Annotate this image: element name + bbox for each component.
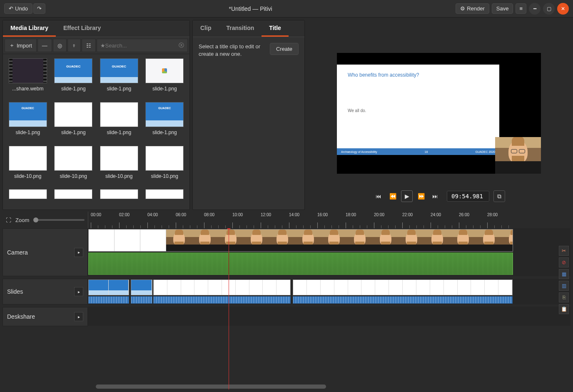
media-thumb (54, 102, 92, 127)
slide-footer: Archaeology of Accessibility 18 GUADEC 2… (337, 148, 499, 155)
clip-frame (373, 230, 399, 251)
media-item[interactable]: GUADECslide-1.png (7, 102, 49, 142)
media-thumb (100, 189, 138, 199)
media-item[interactable] (144, 189, 186, 205)
zoom-slider[interactable] (33, 219, 85, 221)
clip-slides-4[interactable] (293, 280, 513, 304)
media-filename: ...share.webm (12, 86, 43, 92)
timecode[interactable]: 09:54.981 (447, 191, 489, 202)
menu-button[interactable]: ≡ (516, 3, 526, 14)
playhead[interactable] (229, 228, 229, 390)
play-button[interactable]: ▶ (401, 190, 413, 202)
track-slides[interactable] (88, 279, 571, 305)
zoom-handle[interactable] (33, 217, 38, 222)
tab-title[interactable]: Title (262, 20, 289, 37)
undo-icon: ↶ (9, 5, 13, 12)
timeline-scrollbar[interactable] (96, 385, 556, 389)
undo-label: Undo (15, 5, 28, 12)
media-item[interactable]: slide-10.png (7, 146, 49, 185)
ruler-label: 02:00 (119, 212, 130, 217)
media-item[interactable]: GUADECslide-1.png (98, 58, 140, 98)
tab-transition[interactable]: Transition (219, 20, 262, 37)
clear-search-icon[interactable]: ⓧ (179, 42, 184, 49)
import-button[interactable]: ＋Import (5, 39, 37, 52)
media-item[interactable]: GUADECslide-1.png (53, 58, 95, 98)
tab-effect-library[interactable]: Effect Library (56, 20, 108, 37)
render-label: Render (467, 5, 485, 12)
clip-frame (295, 230, 321, 251)
media-thumb (9, 189, 47, 199)
track-camera[interactable] (88, 228, 571, 276)
layer-menu-slides[interactable]: ▸ (74, 287, 83, 296)
remove-button[interactable]: — (37, 39, 52, 52)
zoom-label: Zoom (15, 217, 29, 223)
tab-clip[interactable]: Clip (193, 20, 219, 37)
layer-menu-camera[interactable]: ▸ (74, 248, 83, 257)
clip-frame (166, 230, 192, 251)
scrollbar-thumb[interactable] (96, 385, 326, 389)
create-title-button[interactable]: Create (270, 43, 299, 55)
paste-tool[interactable]: 📋 (559, 304, 569, 314)
clip-frame (399, 230, 424, 251)
redo-button[interactable]: ↷ (33, 3, 45, 14)
media-item[interactable]: ...share.webm (7, 58, 49, 98)
zoom-fit-icon[interactable]: ⛶ (6, 217, 11, 223)
goto-start-button[interactable]: ⏮ (373, 190, 384, 202)
media-item[interactable] (98, 189, 140, 205)
media-item[interactable]: slide-1.png (98, 102, 140, 142)
list-view-button[interactable]: ☷ (82, 39, 96, 52)
clip-slides-2[interactable] (131, 280, 152, 304)
tab-media-library[interactable]: Media Library (3, 20, 56, 37)
media-item[interactable] (7, 189, 49, 205)
copy-tool[interactable]: ⎘ (559, 292, 569, 302)
clip-properties-button[interactable]: ◎ (53, 39, 67, 52)
insert-end-button[interactable]: ♀ (67, 39, 81, 52)
detach-viewer-button[interactable]: ⧉ (493, 190, 505, 202)
clip-camera-audio[interactable] (88, 252, 513, 275)
track-deskshare[interactable] (88, 307, 571, 326)
maximize-button[interactable]: ▢ (543, 3, 555, 15)
ruler-label: 04:00 (147, 212, 158, 217)
render-button[interactable]: ⚙Render (456, 3, 489, 14)
cut-tool[interactable]: ✂ (559, 246, 569, 256)
tracks-canvas[interactable] (88, 228, 571, 390)
target-icon: ◎ (57, 42, 62, 49)
media-item[interactable]: slide-1.png (53, 102, 95, 142)
import-label: Import (17, 42, 32, 49)
playback-controls: ⏮ ⏪ ▶ ⏩ ⏭ 09:54.981 ⧉ (373, 190, 505, 202)
clip-slides-1[interactable] (88, 280, 129, 304)
preview-viewport[interactable]: Who benefits from accessibility? We all … (337, 53, 541, 174)
layer-menu-deskshare[interactable]: ▸ (74, 312, 83, 321)
save-button[interactable]: Save (492, 3, 513, 14)
clip-camera-video[interactable] (88, 229, 513, 252)
footer-center: 18 (425, 150, 428, 153)
clip-frame (244, 230, 269, 251)
ungroup-tool[interactable]: ▥ (559, 281, 569, 291)
undo-button[interactable]: ↶ Undo (4, 3, 32, 14)
ruler-label: 06:00 (176, 212, 186, 217)
media-item[interactable]: GUADECslide-1.png (144, 102, 186, 142)
timeline-ruler[interactable]: 00:0002:0004:0006:0008:0010:0012:0014:00… (88, 212, 571, 228)
ruler-label: 22:00 (402, 212, 413, 217)
media-item[interactable]: slide-10.png (144, 146, 186, 185)
slide-body: We all do. (348, 108, 366, 113)
delete-tool[interactable]: ⊘ (559, 257, 569, 267)
media-item[interactable]: slide-10.png (98, 146, 140, 185)
track-header-camera[interactable]: Camera ▸ (2, 228, 88, 276)
forward-button[interactable]: ⏩ (415, 190, 427, 202)
close-button[interactable]: ✕ (557, 3, 569, 15)
rewind-button[interactable]: ⏪ (387, 190, 399, 202)
media-item[interactable]: slide-1.png (144, 58, 186, 98)
search-input[interactable] (105, 42, 179, 49)
minimize-button[interactable]: ━ (529, 3, 541, 15)
media-item[interactable]: slide-10.png (53, 146, 95, 185)
goto-end-button[interactable]: ⏭ (429, 190, 441, 202)
media-filename: slide-1.png (152, 130, 177, 135)
group-tool[interactable]: ▦ (559, 269, 569, 279)
track-header-deskshare[interactable]: Deskshare ▸ (2, 307, 88, 326)
clip-slides-3[interactable] (153, 280, 291, 304)
media-item[interactable] (53, 189, 95, 205)
track-header-slides[interactable]: Slides ▸ (2, 279, 88, 305)
search-box[interactable]: ★ ⓧ (97, 39, 188, 52)
ruler-label: 10:00 (232, 212, 243, 217)
